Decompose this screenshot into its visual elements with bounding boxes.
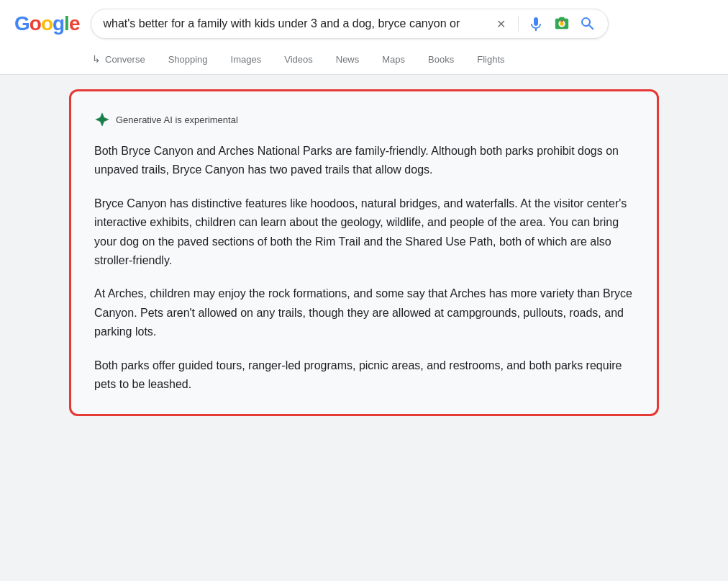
tab-images[interactable]: Images xyxy=(221,47,272,74)
clear-button[interactable]: ✕ xyxy=(492,15,509,32)
tab-news-label: News xyxy=(336,54,360,65)
tab-books[interactable]: Books xyxy=(418,47,464,74)
tab-news[interactable]: News xyxy=(326,47,370,74)
tab-books-label: Books xyxy=(428,54,454,65)
top-bar: Google what's better for a family with k… xyxy=(14,9,714,39)
tab-converse[interactable]: ↳ Converse xyxy=(82,46,155,74)
camera-icon xyxy=(554,16,570,32)
main-content: Generative AI is experimental Both Bryce… xyxy=(0,75,728,569)
nav-tabs: ↳ Converse Shopping Images Videos News M… xyxy=(79,46,714,74)
tab-videos-label: Videos xyxy=(284,54,313,65)
search-icon xyxy=(579,15,596,32)
tab-converse-label: Converse xyxy=(105,54,145,65)
camera-button[interactable] xyxy=(553,15,570,32)
tab-shopping-label: Shopping xyxy=(168,54,208,65)
ai-diamond-icon xyxy=(94,112,110,127)
search-bar[interactable]: what's better for a family with kids und… xyxy=(91,9,609,39)
tab-videos[interactable]: Videos xyxy=(274,47,323,74)
tab-images-label: Images xyxy=(231,54,262,65)
tab-maps[interactable]: Maps xyxy=(372,47,415,74)
tab-shopping[interactable]: Shopping xyxy=(158,47,218,74)
search-button[interactable] xyxy=(579,15,596,32)
search-query-text: what's better for a family with kids und… xyxy=(103,17,486,30)
mic-button[interactable] xyxy=(527,15,545,32)
ai-badge-text: Generative AI is experimental xyxy=(116,114,238,125)
ai-badge: Generative AI is experimental xyxy=(94,112,634,127)
google-logo[interactable]: Google xyxy=(14,12,79,35)
mic-icon xyxy=(527,15,545,32)
ai-paragraph-3: At Arches, children may enjoy the rock f… xyxy=(94,284,634,341)
ai-content: Both Bryce Canyon and Arches National Pa… xyxy=(94,142,634,394)
converse-arrow-icon: ↳ xyxy=(92,53,101,65)
ai-paragraph-4: Both parks offer guided tours, ranger-le… xyxy=(94,356,634,395)
tab-flights[interactable]: Flights xyxy=(467,47,514,74)
ai-result-box: Generative AI is experimental Both Bryce… xyxy=(69,89,659,416)
search-icons: ✕ xyxy=(492,15,596,32)
header: Google what's better for a family with k… xyxy=(0,0,728,75)
ai-paragraph-2: Bryce Canyon has distinctive features li… xyxy=(94,194,634,271)
ai-paragraph-1: Both Bryce Canyon and Arches National Pa… xyxy=(94,142,634,180)
tab-flights-label: Flights xyxy=(477,54,504,65)
tab-maps-label: Maps xyxy=(382,54,405,65)
